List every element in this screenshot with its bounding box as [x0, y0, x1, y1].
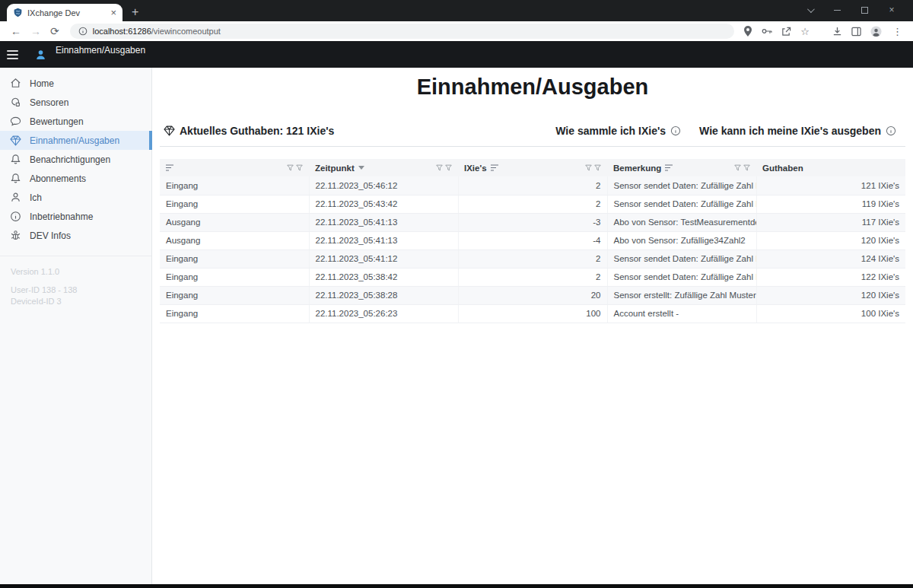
browser-menu-icon[interactable]: ⋮ — [891, 27, 904, 37]
browser-tab[interactable]: IXchange Dev × — [7, 4, 122, 21]
cell-type: Eingang — [160, 304, 309, 323]
window-minimize-button[interactable] — [823, 5, 851, 15]
cell-type: Eingang — [160, 195, 309, 213]
filter-funnel-icon[interactable] — [296, 164, 303, 171]
bookmark-star-icon[interactable]: ☆ — [800, 27, 810, 37]
cell-ixies: 2 — [458, 195, 607, 213]
column-header-bemerkung[interactable]: Bemerkung — [607, 159, 756, 176]
tab-close-icon[interactable]: × — [110, 8, 116, 17]
filter-icons[interactable] — [287, 164, 303, 171]
user-avatar-icon[interactable] — [35, 49, 46, 61]
column-menu-icon[interactable] — [665, 164, 673, 171]
diamond-icon — [164, 126, 175, 136]
column-header-ixies[interactable]: IXie's — [458, 159, 607, 176]
cell-bemerkung: Abo von Sensor: TestMeasurementdefinitio… — [607, 213, 756, 231]
column-label: Guthaben — [762, 164, 803, 173]
filter-funnel-icon[interactable] — [287, 164, 294, 171]
cell-bemerkung: Sensor sendet Daten: Zufällige Zahl Must… — [607, 250, 756, 268]
sort-caret-icon[interactable] — [358, 166, 364, 170]
back-icon[interactable]: ← — [6, 26, 26, 37]
reload-icon[interactable]: ⟳ — [46, 26, 64, 37]
appbar-title: Einnahmen/Ausgaben — [56, 41, 145, 56]
sidebar-item-abonnements[interactable]: Abonnements — [0, 169, 151, 188]
cell-bemerkung: Sensor sendet Daten: Zufällige Zahl Must… — [607, 176, 756, 195]
column-header-zeitpunkt[interactable]: Zeitpunkt — [309, 159, 458, 176]
column-header-guthaben[interactable]: Guthaben — [756, 159, 905, 176]
filter-icons[interactable] — [585, 164, 601, 171]
help-link-collect[interactable]: Wie sammle ich IXie's — [555, 125, 681, 137]
cell-zeitpunkt: 22.11.2023_05:41:13 — [309, 231, 458, 250]
cell-guthaben: 117 IXie's — [756, 213, 905, 231]
sidebar-item-label: DEV Infos — [30, 230, 71, 241]
sensor-icon — [10, 97, 21, 108]
url-host: localhost:61286 — [93, 27, 151, 36]
filter-funnel-icon[interactable] — [585, 164, 592, 171]
main-content: Einnahmen/Ausgaben Aktuelles Guthaben: 1… — [152, 68, 913, 584]
content-divider — [160, 146, 905, 147]
new-tab-button[interactable]: + — [132, 6, 138, 18]
table-row[interactable]: Eingang 22.11.2023_05:46:12 2 Sensor sen… — [160, 176, 905, 195]
column-menu-icon[interactable] — [491, 164, 499, 171]
filter-funnel-icon[interactable] — [436, 164, 443, 171]
column-menu-icon[interactable] — [166, 164, 174, 171]
location-pin-icon[interactable] — [743, 26, 752, 37]
side-panel-icon[interactable] — [851, 27, 861, 37]
help-link-label: Wie kann ich meine IXie's ausgeben — [699, 125, 881, 137]
table-row[interactable]: Eingang 22.11.2023_05:43:42 2 Sensor sen… — [160, 195, 905, 213]
tab-search-icon[interactable] — [796, 5, 823, 15]
url-text: localhost:61286/viewincomeoutput — [93, 27, 221, 36]
column-header-type[interactable] — [160, 159, 309, 176]
forward-icon[interactable]: → — [26, 26, 46, 37]
table-row[interactable]: Ausgang 22.11.2023_05:41:13 -3 Abo von S… — [160, 213, 905, 231]
sidebar-item-dev-infos[interactable]: DEV Infos — [0, 226, 151, 245]
cell-zeitpunkt: 22.11.2023_05:43:42 — [309, 195, 458, 213]
table-row[interactable]: Eingang 22.11.2023_05:38:42 2 Sensor sen… — [160, 268, 905, 286]
share-icon[interactable] — [781, 27, 791, 37]
table-row[interactable]: Eingang 22.11.2023_05:41:12 2 Sensor sen… — [160, 250, 905, 268]
table-row[interactable]: Ausgang 22.11.2023_05:41:13 -4 Abo von S… — [160, 231, 905, 250]
window-maximize-button[interactable] — [851, 5, 878, 15]
password-key-icon[interactable] — [762, 27, 772, 36]
info-circle-icon[interactable] — [886, 126, 896, 136]
page-info-icon[interactable] — [78, 27, 87, 36]
cell-ixies: -4 — [458, 231, 607, 250]
address-bar[interactable]: localhost:61286/viewincomeoutput — [70, 24, 735, 39]
filter-funnel-icon[interactable] — [734, 164, 741, 171]
filter-funnel-icon[interactable] — [743, 164, 750, 171]
site-favicon-icon — [13, 8, 23, 17]
sidebar-item-sensoren[interactable]: Sensoren — [0, 93, 151, 112]
sidebar-item-bewertungen[interactable]: Bewertungen — [0, 112, 151, 131]
sidebar-item-einnahmen-ausgaben[interactable]: Einnahmen/Ausgaben — [0, 131, 151, 150]
filter-icons[interactable] — [436, 164, 452, 171]
cell-zeitpunkt: 22.11.2023_05:46:12 — [309, 176, 458, 195]
info-circle-icon — [10, 211, 21, 222]
sidebar-item-label: Benachrichtigungen — [30, 154, 110, 165]
chat-bubble-icon — [10, 116, 21, 127]
info-circle-icon[interactable] — [670, 126, 681, 136]
downloads-icon[interactable] — [832, 27, 842, 37]
sidebar-item-inbetriebnahme[interactable]: Inbetriebnahme — [0, 207, 151, 226]
hamburger-menu-icon[interactable] — [7, 50, 18, 59]
help-link-spend[interactable]: Wie kann ich meine IXie's ausgeben — [699, 125, 896, 137]
sidebar-item-benachrichtigungen[interactable]: Benachrichtigungen — [0, 150, 151, 169]
cell-bemerkung: Sensor sendet Daten: Zufällige Zahl Must… — [607, 268, 756, 286]
profile-avatar-icon[interactable] — [870, 26, 882, 37]
sidebar-item-home[interactable]: Home — [0, 74, 151, 93]
cell-bemerkung: Sensor sendet Daten: Zufällige Zahl Must… — [607, 195, 756, 213]
app-header: Einnahmen/Ausgaben — [0, 41, 913, 68]
tab-title: IXchange Dev — [27, 8, 106, 17]
filter-icons[interactable] — [734, 164, 750, 171]
table-row[interactable]: Eingang 22.11.2023_05:26:23 100 Account … — [160, 304, 905, 323]
table-row[interactable]: Eingang 22.11.2023_05:38:28 20 Sensor er… — [160, 286, 905, 304]
sidebar-item-label: Inbetriebnahme — [30, 211, 93, 222]
cell-type: Eingang — [160, 176, 309, 195]
window-close-button[interactable]: × — [878, 5, 905, 15]
current-balance: Aktuelles Guthaben: 121 IXie's — [164, 125, 334, 137]
filter-funnel-icon[interactable] — [594, 164, 601, 171]
cell-ixies: 20 — [458, 286, 607, 304]
page-title: Einnahmen/Ausgaben — [152, 75, 913, 100]
sidebar-item-ich[interactable]: Ich — [0, 188, 151, 207]
filter-funnel-icon[interactable] — [445, 164, 452, 171]
cell-ixies: 100 — [458, 304, 607, 323]
sidebar-footer: Version 1.1.0 User-ID 138 - 138 DeviceId… — [0, 256, 151, 317]
